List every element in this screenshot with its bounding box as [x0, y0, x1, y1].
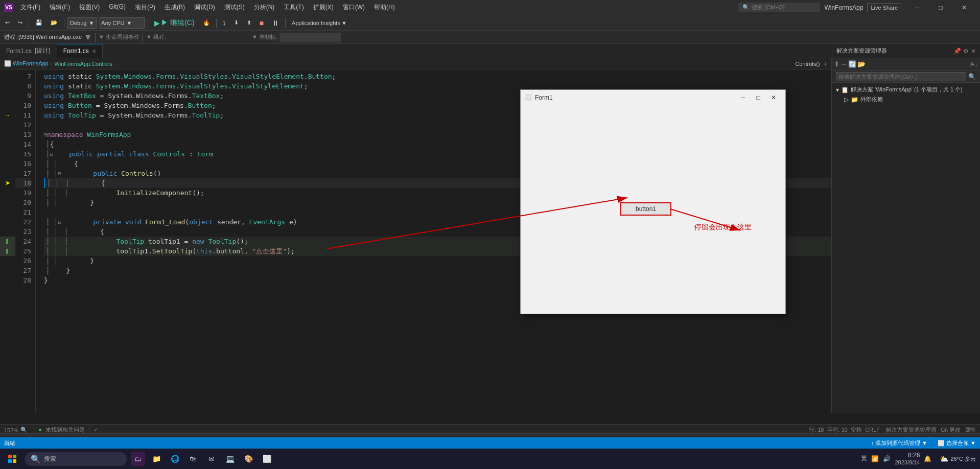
step-into-btn[interactable]: ⬇ [231, 18, 242, 27]
tab-label-active: Form1.cs [63, 48, 89, 55]
tab-form1-cs-design[interactable]: Form1.cs [设计] [0, 44, 57, 58]
step-over-btn[interactable]: ⤵ [220, 19, 229, 27]
hot-reload-btn[interactable]: 🔥 [200, 18, 213, 27]
volume-icon[interactable]: 🔊 [883, 455, 891, 462]
menu-window[interactable]: 窗口(W) [339, 2, 369, 13]
debug-config-chevron[interactable]: ▼ [88, 20, 94, 26]
process-dropdown[interactable]: ▼ [84, 33, 92, 42]
document-tabs: Form1.cs [设计] Form1.cs ✕ 解决方案资源管理器 📌 ⚙ ✕ [0, 44, 980, 58]
margin-row-7 [0, 72, 15, 81]
separator-1 [29, 18, 29, 28]
solution-search-input[interactable] [836, 72, 966, 81]
sol-tb-btn-5[interactable]: A↓ [970, 60, 978, 68]
external-deps-arrow: ▷ [844, 96, 849, 103]
menu-build[interactable]: 生成(B) [160, 2, 189, 13]
menu-git[interactable]: Git(G) [105, 2, 130, 13]
language-indicator[interactable]: 英 [861, 454, 867, 463]
external-deps-item[interactable]: ▷ 📁 外部依赖 [834, 95, 978, 104]
margin-row-23 [0, 227, 15, 237]
taskbar-vs-icon[interactable]: 🗂 [131, 452, 145, 466]
menu-test[interactable]: 测试(S) [220, 2, 249, 13]
menu-project[interactable]: 项目(P) [131, 2, 159, 13]
menu-help[interactable]: 帮助(H) [370, 2, 399, 13]
taskbar-app3-icon[interactable]: ⬜ [260, 452, 274, 466]
open-file-btn[interactable]: 📂 [48, 18, 61, 27]
close-btn[interactable]: ✕ [952, 0, 976, 15]
form1-close-btn[interactable]: ✕ [766, 91, 781, 104]
taskbar-search-box[interactable]: 🔍 搜索 [25, 452, 127, 466]
process-label: 进程: [9936] WinFormsApp.exe [4, 33, 82, 41]
app-insights-btn[interactable]: Application Insights ▼ [289, 19, 350, 27]
notification-icon[interactable]: 🔔 [924, 455, 931, 462]
margin-row-8 [0, 81, 15, 91]
sol-tb-btn-1[interactable]: ⬆ [834, 60, 839, 68]
menu-bar[interactable]: 文件(F) 编辑(E) 视图(V) Git(G) 项目(P) 生成(B) 调试(… [16, 2, 399, 13]
menu-view[interactable]: 视图(V) [75, 2, 104, 13]
pause-btn[interactable]: ⏸ [269, 18, 282, 28]
form1-controls: ─ □ ✕ [735, 91, 781, 104]
search-box[interactable]: 🔍 搜索 (Ctrl+Q) [738, 3, 820, 12]
tab-close-btn[interactable]: ✕ [92, 49, 96, 54]
network-icon[interactable]: 📶 [871, 455, 879, 462]
menu-tools[interactable]: 工具(T) [279, 2, 308, 13]
taskbar-edge-icon[interactable]: 🌐 [168, 452, 182, 466]
select-repo-btn[interactable]: ⬜ 选择合库 ▼ [938, 439, 976, 447]
menu-extensions[interactable]: 扩展(X) [309, 2, 338, 13]
git-changes-tab[interactable]: Git 更改 [941, 426, 961, 434]
main-status-bar: 就绪 ↑ 添加到源代码管理 ▼ ⬜ 选择合库 ▼ [0, 437, 980, 449]
sol-tb-btn-4[interactable]: 📂 [857, 60, 866, 68]
live-share-btn[interactable]: Live Share [867, 3, 901, 12]
sol-settings-btn[interactable]: ⚙ [963, 48, 969, 55]
add-to-source-btn[interactable]: ↑ 添加到源代码管理 ▼ [871, 439, 928, 447]
form1-maximize-btn[interactable]: □ [751, 91, 766, 104]
menu-file[interactable]: 文件(F) [16, 2, 44, 13]
margin-row-20 [0, 198, 15, 207]
taskbar-vscode-icon[interactable]: 💻 [223, 452, 237, 466]
taskbar-file-icon[interactable]: 📁 [149, 452, 164, 466]
sol-tb-btn-2[interactable]: ↔ [841, 60, 847, 68]
taskbar: 🔍 搜索 🗂 📁 🌐 🛍 ✉ 💻 🎨 ⬜ 英 📶 🔊 8:26 2023/9/1… [0, 449, 980, 469]
cpu-config-chevron[interactable]: ▼ [127, 20, 132, 26]
sol-tb-btn-3[interactable]: 🔄 [848, 60, 856, 68]
save-btn[interactable]: 💾 [32, 18, 45, 27]
weather-widget[interactable]: ⛅ 26°C 多云 [940, 455, 976, 463]
sol-pin-btn[interactable]: 📌 [953, 48, 961, 55]
menu-edit[interactable]: 编辑(E) [45, 2, 74, 13]
minimize-btn[interactable]: ─ [905, 0, 929, 15]
taskbar-mail-icon[interactable]: ✉ [204, 452, 219, 466]
redo-btn[interactable]: ↪ [15, 18, 26, 27]
continue-btn[interactable]: ▶ ▶ 继续(C) [151, 17, 197, 29]
form1-button1[interactable]: button1 [620, 202, 671, 216]
solution-tree: ▾ 📋 解决方案 'WinFormsApp' (1 个项目，共 1 个) ▷ 📁… [832, 83, 980, 413]
stop-btn[interactable]: ■ [256, 18, 267, 28]
svg-rect-6 [8, 459, 12, 463]
window-controls[interactable]: ─ □ ✕ [905, 0, 976, 15]
step-out-btn[interactable]: ⬆ [244, 18, 254, 27]
form1-window[interactable]: 🖼 Form1 ─ □ ✕ button1 停留会出现在这里 [520, 89, 786, 314]
solution-root[interactable]: ▾ 📋 解决方案 'WinFormsApp' (1 个项目，共 1 个) [834, 85, 978, 95]
maximize-btn[interactable]: □ [929, 0, 952, 15]
undo-btn[interactable]: ↩ [2, 18, 13, 27]
form1-minimize-btn[interactable]: ─ [735, 91, 751, 104]
margin-row-11: → [0, 110, 15, 120]
tab-form1-cs-active[interactable]: Form1.cs ✕ [57, 44, 103, 58]
row-col-info: 行: 18 字符: 10 空格 CRLF [809, 426, 880, 434]
search-icon[interactable]: 🔍 [968, 73, 976, 80]
sep-status [34, 427, 34, 434]
menu-analyze[interactable]: 分析(N) [250, 2, 279, 13]
start-button[interactable] [4, 451, 20, 467]
expand-btn[interactable]: + [824, 61, 827, 67]
sep-p1 [95, 33, 96, 42]
annotation-text: 停留会出现在这里 [694, 223, 752, 232]
properties-tab[interactable]: 属性 [965, 426, 976, 434]
clock[interactable]: 8:26 2023/9/14 [895, 452, 920, 466]
taskbar-app2-icon[interactable]: 🎨 [241, 452, 255, 466]
cpu-config-dropdown[interactable]: Any CPU ▼ [99, 17, 145, 29]
solution-explorer-tab-status[interactable]: 解决方案资源管理器 [886, 426, 937, 434]
process-bar: 进程: [9936] WinFormsApp.exe ▼ ▼ 生命周期事件 ▼ … [0, 31, 980, 44]
debug-config-dropdown[interactable]: Debug ▼ [67, 17, 97, 29]
sol-close-btn[interactable]: ✕ [971, 48, 976, 55]
menu-debug[interactable]: 调试(D) [190, 2, 219, 13]
margin-row-18: ➤ [0, 178, 15, 188]
taskbar-store-icon[interactable]: 🛍 [186, 452, 200, 466]
